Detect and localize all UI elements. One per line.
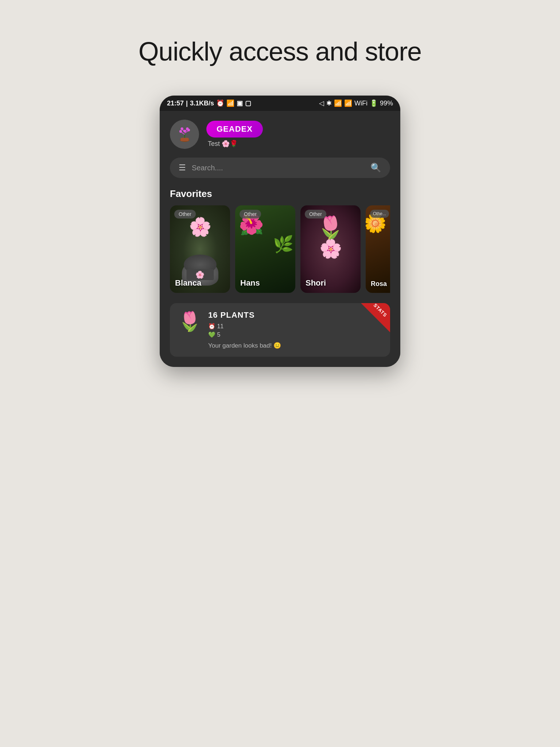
geadex-button[interactable]: GEADEX: [206, 121, 263, 138]
stats-message: Your garden looks bad! 😑: [208, 342, 382, 349]
blanca-flower: 🌸: [189, 216, 211, 237]
svg-point-10: [180, 127, 183, 130]
signal2-icon: 📶: [344, 99, 352, 107]
wifi-icon: WiFi: [354, 100, 368, 107]
rosa-name: Rosa: [371, 280, 387, 288]
alarm-icon: ⏰: [216, 99, 224, 107]
hans-badge: Other: [240, 210, 261, 218]
page-title: Quickly access and store: [139, 36, 421, 66]
screen-icon: ▢: [245, 99, 251, 107]
menu-icon[interactable]: ☰: [179, 163, 186, 173]
avatar: [170, 120, 199, 149]
favorites-scroll: 🌸 🌸 Other Blanca 🌺 🌿 Other Hans: [170, 205, 390, 293]
stats-plant-icon: 🌷: [178, 310, 202, 333]
header-text: GEADEX Test 🌸🌹: [206, 121, 263, 148]
speed: |: [186, 100, 188, 107]
shori-badge: Other: [305, 210, 326, 218]
svg-rect-2: [180, 138, 188, 141]
favorites-section: Favorites 🌸 🌸 Other Blanca 🌺 🌿: [170, 188, 390, 293]
stats-card[interactable]: 🌷 16 PLANTS ⏰ 11 💚 5 Your garden looks b…: [170, 303, 390, 357]
avatar-icon: [175, 124, 195, 144]
search-bar[interactable]: ☰ Search.... 🔍: [170, 158, 390, 178]
plant-card-hans[interactable]: 🌺 🌿 Other Hans: [235, 205, 295, 293]
signal-icon: 📶: [334, 99, 342, 107]
battery-icon: 🔋: [370, 99, 378, 107]
stats-corner-text: STATS: [372, 303, 388, 318]
search-icon[interactable]: 🔍: [370, 163, 381, 173]
stats-line2: 💚 5: [208, 331, 382, 338]
bluetooth-icon: ✱: [326, 99, 332, 107]
plant-card-shori[interactable]: 🌷 🌸 Other Shori: [300, 205, 361, 293]
sound-icon: 📶: [226, 99, 234, 107]
data-speed: 3.1KB/s: [190, 100, 214, 107]
stats-line1: ⏰ 11: [208, 323, 382, 330]
plant-card-blanca[interactable]: 🌸 🌸 Other Blanca: [170, 205, 230, 293]
svg-point-8: [179, 130, 182, 132]
app-content: GEADEX Test 🌸🌹 ☰ Search.... 🔍 Favorites …: [160, 111, 400, 367]
rosa-badge: Othe...: [370, 210, 389, 218]
time: 21:57: [167, 100, 184, 107]
stats-info: 16 PLANTS ⏰ 11 💚 5 Your garden looks bad…: [208, 310, 382, 349]
status-bar: 21:57 | 3.1KB/s ⏰ 📶 ▣ ▢ ◁ ✱ 📶 📶 WiFi 🔋 9…: [160, 96, 400, 111]
nfc-icon: ▣: [237, 99, 243, 107]
user-subtitle: Test 🌸🌹: [206, 140, 263, 148]
search-placeholder[interactable]: Search....: [192, 164, 365, 172]
stats-corner-badge: STATS: [361, 303, 390, 332]
stats-title: 16 PLANTS: [208, 310, 382, 320]
favorites-title: Favorites: [170, 188, 390, 200]
status-left: 21:57 | 3.1KB/s ⏰ 📶 ▣ ▢: [167, 99, 251, 107]
blanca-name: Blanca: [175, 278, 201, 288]
svg-point-11: [186, 127, 188, 130]
blanca-badge: Other: [174, 210, 196, 218]
status-right: ◁ ✱ 📶 📶 WiFi 🔋 99%: [319, 99, 393, 107]
phone-frame: 21:57 | 3.1KB/s ⏰ 📶 ▣ ▢ ◁ ✱ 📶 📶 WiFi 🔋 9…: [160, 96, 400, 367]
svg-point-12: [183, 129, 186, 132]
shori-name: Shori: [306, 278, 326, 288]
app-header: GEADEX Test 🌸🌹: [170, 120, 390, 149]
plant-card-rosa[interactable]: 🌼 Othe... Rosa: [366, 205, 390, 293]
hans-name: Hans: [240, 278, 260, 288]
location-icon: ◁: [319, 99, 324, 107]
battery-percent: 99%: [380, 100, 393, 107]
